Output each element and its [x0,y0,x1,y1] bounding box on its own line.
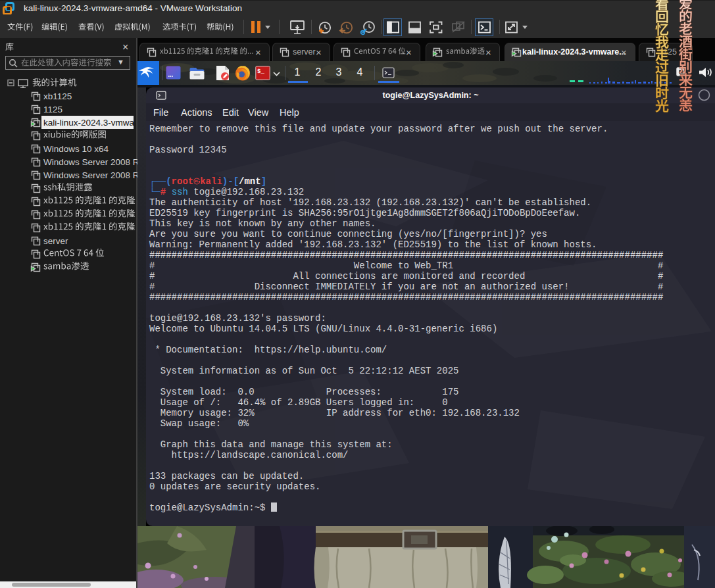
svg-text:$_: $_ [257,68,264,75]
